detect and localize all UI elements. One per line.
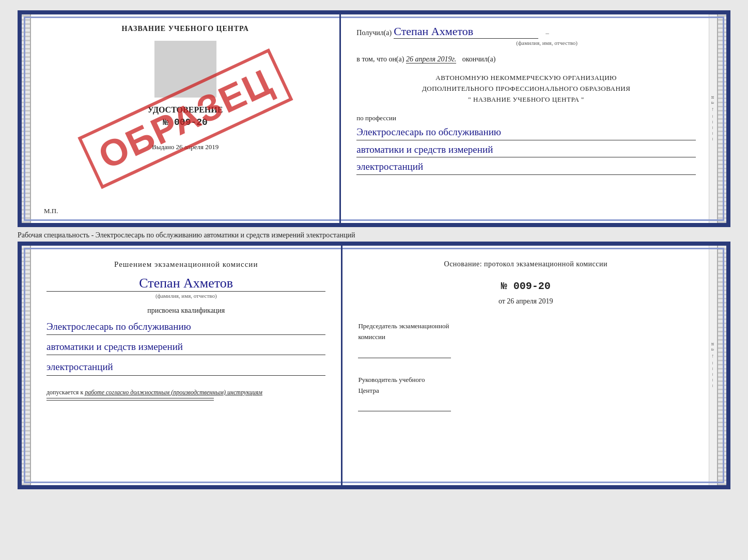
bottom-left-page: Решением экзаменационной комиссии Степан…	[31, 246, 342, 485]
person-name-large: Степан Ахметов	[46, 276, 325, 292]
issued-date: Выдано 26 апреля 2019	[44, 143, 326, 151]
side-deco-top: и а ← – – – – –	[709, 14, 717, 223]
cert-number: № 009-20	[44, 117, 326, 127]
protocol-date: от 26 апреля 2019	[358, 297, 693, 306]
received-label: Получил(а)	[356, 29, 392, 37]
side-b-d1: –	[710, 362, 716, 365]
chairman-signature-line	[358, 348, 451, 358]
chairman-block: Председатель экзаменационной комиссии	[358, 321, 693, 361]
protocol-date-prefix: от	[498, 297, 505, 305]
commission-title: Решением экзаменационной комиссии	[46, 259, 325, 270]
bottom-right-page: Основание: протокол экзаменационной коми…	[342, 246, 709, 485]
fio-label-top: (фамилия, имя, отчество)	[398, 40, 696, 46]
completed-date: 26 апреля 2019г.	[406, 55, 456, 63]
allowed-text: работе согласно должностным (производств…	[85, 389, 262, 396]
received-block: Получил(а) Степан Ахметов – (фамилия, им…	[356, 25, 696, 46]
separator-content: Рабочая специальность - Электрослесарь п…	[18, 231, 355, 239]
side-dash1: –	[710, 115, 716, 119]
top-right-page: Получил(а) Степан Ахметов – (фамилия, им…	[341, 14, 709, 223]
spine-right-top	[717, 14, 726, 223]
allowed-line	[46, 398, 214, 398]
fio-label-bottom: (фамилия, имя, отчество)	[46, 293, 325, 299]
side-b-i: и	[710, 343, 716, 346]
side-b-d4: –	[710, 379, 716, 382]
bottom-document: Решением экзаменационной комиссии Степан…	[18, 242, 730, 489]
issued-date-value: 26 апреля 2019	[176, 143, 219, 151]
side-deco-bottom: и а ← – – – – –	[709, 246, 717, 485]
head-label2: Центра	[358, 386, 693, 396]
chairman-label1: Председатель экзаменационной	[358, 321, 693, 332]
side-letter-i: и	[710, 96, 716, 100]
mp-text: М.П.	[44, 207, 58, 215]
profession-line1: Электрослесарь по обслуживанию	[356, 125, 696, 140]
side-b-d3: –	[710, 373, 716, 377]
head-block: Руководитель учебного Центра	[358, 375, 693, 415]
head-label1: Руководитель учебного	[358, 375, 693, 386]
allowed-block: допускается к работе согласно должностны…	[46, 389, 325, 396]
org-block: АВТОНОМНУЮ НЕКОММЕРЧЕСКУЮ ОРГАНИЗАЦИЮ ДО…	[356, 73, 696, 105]
chairman-label2: комиссии	[358, 332, 693, 343]
spine-left-bottom	[22, 246, 31, 485]
dash-after-name: –	[546, 29, 549, 37]
allowed-line2	[46, 400, 214, 401]
side-dash5: –	[710, 138, 716, 141]
org-line2: ДОПОЛНИТЕЛЬНОГО ПРОФЕССИОНАЛЬНОГО ОБРАЗО…	[356, 84, 696, 94]
profession-line2: автоматики и средств измерений	[356, 142, 696, 158]
school-name: НАЗВАНИЕ УЧЕБНОГО ЦЕНТРА	[44, 25, 326, 33]
side-b-d2: –	[710, 367, 716, 371]
spine-right-bottom	[717, 246, 726, 485]
profession-label: по профессии	[356, 114, 696, 122]
allowed-prefix: допускается к	[46, 389, 83, 396]
org-line1: АВТОНОМНУЮ НЕКОММЕРЧЕСКУЮ ОРГАНИЗАЦИЮ	[356, 73, 696, 84]
side-b-arrow: ←	[710, 354, 716, 360]
document-wrapper: НАЗВАНИЕ УЧЕБНОГО ЦЕНТРА УДОСТОВЕРЕНИЕ №…	[18, 10, 730, 489]
basis-title: Основание: протокол экзаменационной коми…	[358, 259, 693, 270]
assigned-text: присвоена квалификация	[46, 307, 325, 315]
side-dash4: –	[710, 132, 716, 136]
side-b-a: а	[710, 348, 716, 351]
received-name: Степан Ахметов	[394, 25, 538, 39]
cert-title: УДОСТОВЕРЕНИЕ	[44, 105, 326, 115]
qualification-line2: автоматики и средств измерений	[46, 339, 325, 355]
issued-label: Выдано	[152, 143, 174, 151]
spine-left	[22, 14, 31, 223]
side-dash2: –	[710, 121, 716, 124]
top-document: НАЗВАНИЕ УЧЕБНОГО ЦЕНТРА УДОСТОВЕРЕНИЕ №…	[18, 10, 730, 227]
side-b-d5: –	[710, 385, 716, 388]
top-left-page: НАЗВАНИЕ УЧЕБНОГО ЦЕНТРА УДОСТОВЕРЕНИЕ №…	[31, 14, 341, 223]
separator-text: Рабочая специальность - Электрослесарь п…	[18, 227, 730, 242]
side-letter-arrow: ←	[710, 107, 716, 113]
vtom-block: в том, что он(а) 26 апреля 2019г. окончи…	[356, 55, 696, 63]
photo-placeholder	[154, 41, 216, 98]
head-signature-line	[358, 401, 451, 411]
org-line3: " НАЗВАНИЕ УЧЕБНОГО ЦЕНТРА "	[356, 94, 696, 105]
profession-line3: электростанций	[356, 159, 696, 175]
side-letter-a: а	[710, 102, 716, 105]
protocol-date-value: 26 апреля 2019	[507, 297, 553, 305]
side-dash3: –	[710, 126, 716, 130]
completed-label: окончил(а)	[462, 55, 496, 63]
protocol-number: № 009-20	[358, 280, 693, 292]
vtom-label: в том, что он(а)	[356, 55, 404, 63]
qualification-line1: Электрослесарь по обслуживанию	[46, 319, 325, 335]
qualification-line3: электростанций	[46, 359, 325, 375]
